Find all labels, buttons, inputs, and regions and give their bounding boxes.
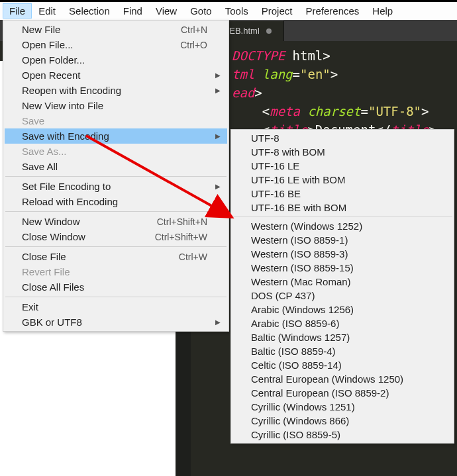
menu-tools[interactable]: Tools [219,3,255,19]
menu-selection[interactable]: Selection [62,3,117,19]
menu-item-label: Close Window [22,231,85,242]
menu-item-label: Save [22,115,44,126]
menu-item-label: New File [22,24,60,35]
encoding-submenu: UTF-8UTF-8 with BOMUTF-16 LEUTF-16 LE wi… [230,129,454,444]
menu-item-reopen-with-encoding[interactable]: Reopen with Encoding▶ [5,83,227,98]
encoding-cyrillic-windows-866[interactable]: Cyrillic (Windows 866) [231,414,454,428]
menu-separator [5,176,227,177]
menu-item-exit[interactable]: Exit [5,299,227,314]
encoding-utf-16-le-with-bom[interactable]: UTF-16 LE with BOM [231,173,454,187]
menu-help[interactable]: Help [366,3,399,19]
encoding-baltic-iso-8859-4[interactable]: Baltic (ISO 8859-4) [231,344,454,358]
encoding-utf-16-be-with-bom[interactable]: UTF-16 BE with BOM [231,201,454,214]
menu-item-label: Open Recent [22,70,80,81]
chevron-right-icon: ▶ [215,71,221,79]
menu-separator [5,211,227,212]
encoding-western-windows-1252[interactable]: Western (Windows 1252) [231,219,454,233]
menu-item-shortcut: Ctrl+N [181,24,207,35]
menu-item-save-all[interactable]: Save All [5,159,227,174]
encoding-utf-16-le[interactable]: UTF-16 LE [231,159,454,173]
encoding-utf-8-with-bom[interactable]: UTF-8 with BOM [231,145,454,159]
menu-item-save: Save [5,113,227,128]
menu-item-shortcut: Ctrl+Shift+N [157,216,207,227]
menu-preferences[interactable]: Preferences [299,3,366,19]
menu-goto[interactable]: Goto [183,3,219,19]
menu-separator [5,246,227,247]
menu-item-label: Set File Encoding to [22,181,111,192]
encoding-western-iso-8859-15[interactable]: Western (ISO 8859-15) [231,261,454,275]
menu-edit[interactable]: Edit [32,3,62,19]
code-content[interactable]: DOCTYPE html> tml lang="en"> ead> <meta … [232,46,436,139]
menu-item-label: Exit [22,301,38,312]
menu-item-open-file[interactable]: Open File...Ctrl+O [5,37,227,52]
menu-item-save-with-encoding[interactable]: Save with Encoding▶ [5,128,227,144]
file-menu: New FileCtrl+NOpen File...Ctrl+OOpen Fol… [3,20,229,332]
menu-item-label: New Window [22,216,80,227]
chevron-right-icon: ▶ [215,198,221,205]
menu-item-open-folder[interactable]: Open Folder... [5,52,227,68]
menu-item-label: Revert File [22,266,70,277]
menu-file[interactable]: File [3,3,32,19]
tab-dirty-icon [266,28,272,34]
menu-item-label: Save All [22,161,58,172]
menu-item-label: Save with Encoding [22,130,109,142]
menu-item-revert-file: Revert File [5,264,227,279]
menu-item-new-window[interactable]: New WindowCtrl+Shift+N [5,214,227,229]
menu-item-close-window[interactable]: Close WindowCtrl+Shift+W [5,229,227,244]
menu-view[interactable]: View [149,3,183,19]
menu-item-label: Reload with Encoding [22,196,118,207]
encoding-western-mac-roman[interactable]: Western (Mac Roman) [231,275,454,289]
encoding-western-iso-8859-3[interactable]: Western (ISO 8859-3) [231,247,454,261]
encoding-utf-8[interactable]: UTF-8 [231,131,454,145]
encoding-utf-16-be[interactable]: UTF-16 BE [231,187,454,201]
menu-item-close-file[interactable]: Close FileCtrl+W [5,249,227,264]
menu-item-reload-with-encoding[interactable]: Reload with Encoding▶ [5,194,227,209]
menu-project[interactable]: Project [255,3,299,19]
chevron-right-icon: ▶ [215,183,221,190]
chevron-right-icon: ▶ [215,318,221,326]
encoding-cyrillic-iso-8859-5[interactable]: Cyrillic (ISO 8859-5) [231,428,454,442]
chevron-right-icon: ▶ [215,132,221,140]
menu-separator [232,216,452,217]
menu-find[interactable]: Find [117,3,149,19]
menu-item-label: Close File [22,251,66,262]
encoding-arabic-windows-1256[interactable]: Arabic (Windows 1256) [231,303,454,316]
menu-item-gbk-or-utf8[interactable]: GBK or UTF8▶ [5,314,227,330]
menu-item-shortcut: Ctrl+Shift+W [155,232,207,242]
menu-item-open-recent[interactable]: Open Recent▶ [5,68,227,83]
menu-item-close-all-files[interactable]: Close All Files [5,279,227,295]
menu-item-label: GBK or UTF8 [22,316,82,328]
menu-item-shortcut: Ctrl+W [179,252,207,262]
chevron-right-icon: ▶ [215,87,221,94]
menu-item-new-file[interactable]: New FileCtrl+N [5,22,227,37]
menu-item-label: Close All Files [22,281,84,293]
encoding-central-european-iso-8859-2[interactable]: Central European (ISO 8859-2) [231,386,454,400]
menu-item-label: Save As... [22,146,67,157]
menu-item-label: Reopen with Encoding [22,85,121,96]
menu-item-save-as: Save As... [5,144,227,159]
encoding-cyrillic-windows-1251[interactable]: Cyrillic (Windows 1251) [231,400,454,414]
menu-item-new-view-into-file[interactable]: New View into File [5,98,227,113]
encoding-dos-cp-437[interactable]: DOS (CP 437) [231,289,454,303]
menu-item-shortcut: Ctrl+O [180,40,207,50]
menu-item-set-file-encoding-to[interactable]: Set File Encoding to▶ [5,179,227,194]
encoding-western-iso-8859-1[interactable]: Western (ISO 8859-1) [231,233,454,247]
encoding-baltic-windows-1257[interactable]: Baltic (Windows 1257) [231,330,454,344]
menu-item-label: New View into File [22,100,103,111]
menu-item-label: Open Folder... [22,54,85,66]
encoding-arabic-iso-8859-6[interactable]: Arabic (ISO 8859-6) [231,316,454,330]
encoding-celtic-iso-8859-14[interactable]: Celtic (ISO 8859-14) [231,358,454,372]
menu-item-label: Open File... [22,39,74,50]
menubar: FileEditSelectionFindViewGotoToolsProjec… [0,0,457,20]
encoding-central-european-windows-1250[interactable]: Central European (Windows 1250) [231,372,454,386]
menu-separator [5,297,227,297]
